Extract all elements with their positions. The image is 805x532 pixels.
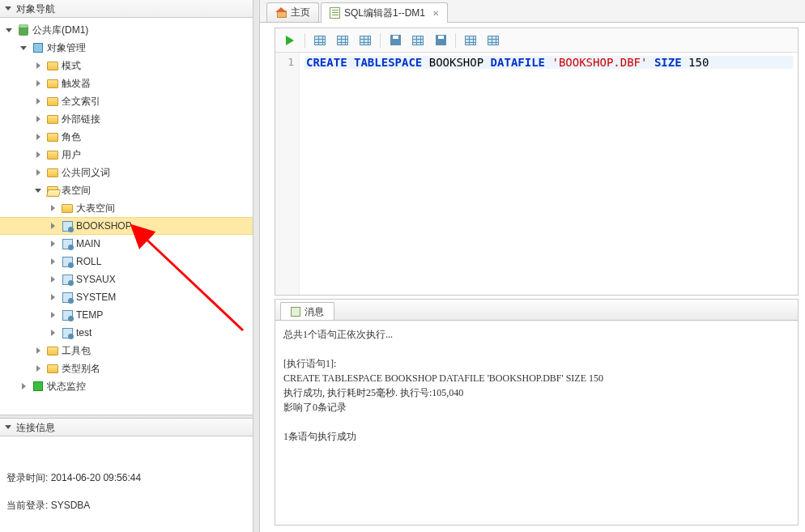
status-label: 状态监控 <box>47 380 86 394</box>
login-time-value: 2014-06-20 09:56:44 <box>51 472 141 483</box>
collapse-icon <box>36 134 40 140</box>
run-button[interactable] <box>282 32 298 49</box>
tab-sql-editor[interactable]: SQL编辑器1--DM1 ✕ <box>321 2 448 23</box>
message-panel: 消息 总共1个语句正依次执行... [执行语句1]: CREATE TABLES… <box>275 299 799 526</box>
tree-item-label: 外部链接 <box>62 113 100 126</box>
editor-toolbar <box>275 28 798 53</box>
collapse-icon <box>51 294 55 300</box>
tablespace-item[interactable]: 大表空间 <box>0 199 253 217</box>
toolbar-btn[interactable] <box>334 32 351 49</box>
sql-ident: BOOKSHOP <box>422 56 490 69</box>
close-icon[interactable]: ✕ <box>432 9 439 18</box>
tree-item[interactable]: 角色 <box>0 128 253 146</box>
folder-icon <box>47 347 58 355</box>
folder-icon <box>47 62 58 70</box>
sql-number: 150 <box>682 56 709 69</box>
tree-objmgmt[interactable]: 对象管理 <box>0 39 253 57</box>
tree-item-label: 用户 <box>62 148 81 162</box>
tree-item-label: 触发器 <box>62 77 91 91</box>
expand-icon <box>6 28 12 32</box>
toolbar-btn[interactable] <box>312 32 328 49</box>
code-line: CREATE TABLESPACE BOOKSHOP DATAFILE 'BOO… <box>305 56 793 69</box>
tree-status[interactable]: 状态监控 <box>0 377 253 395</box>
tree-item[interactable]: 公共同义词 <box>0 164 253 181</box>
folder-open-icon <box>47 186 58 195</box>
object-tree[interactable]: 公共库(DM1) 对象管理 模式触发器全文索引外部链接角色用户公共同义词 表空间… <box>0 18 253 415</box>
tab-sql-label: SQL编辑器1--DM1 <box>344 6 425 20</box>
collapse-icon <box>36 62 40 69</box>
message-body[interactable]: 总共1个语句正依次执行... [执行语句1]: CREATE TABLESPAC… <box>275 321 798 525</box>
tab-bar: 主页 SQL编辑器1--DM1 ✕ <box>260 0 805 23</box>
separator <box>455 33 456 48</box>
tree-toolkit[interactable]: 工具包 <box>0 342 253 360</box>
tab-home-label: 主页 <box>291 6 310 19</box>
line-number: 1 <box>288 56 294 68</box>
tree-typealias[interactable]: 类型别名 <box>0 360 253 377</box>
toolbar-btn[interactable] <box>462 32 479 49</box>
collapse-icon <box>5 425 11 429</box>
tree-item-label: 全文索引 <box>62 95 100 109</box>
collapse-icon <box>51 330 55 336</box>
folder-icon <box>47 168 58 177</box>
code-editor[interactable]: 1 CREATE TABLESPACE BOOKSHOP DATAFILE 'B… <box>275 53 798 295</box>
annotation-arrow <box>138 233 259 338</box>
tablespace-icon <box>62 275 73 285</box>
tree-item[interactable]: 触发器 <box>0 74 253 92</box>
status-icon <box>33 381 43 391</box>
tree-tablespace[interactable]: 表空间 <box>0 181 253 199</box>
collapse-icon <box>36 80 40 87</box>
grid-icon <box>360 36 371 45</box>
tablespace-icon <box>62 257 73 267</box>
tab-messages[interactable]: 消息 <box>280 302 334 320</box>
collapse-icon <box>36 116 40 122</box>
save-button[interactable] <box>387 32 403 49</box>
folder-icon <box>47 364 58 373</box>
tab-home[interactable]: 主页 <box>266 2 319 22</box>
message-tabs: 消息 <box>275 300 798 321</box>
sql-keyword: DATAFILE <box>491 56 545 69</box>
line-gutter: 1 <box>275 53 300 295</box>
tablespace-item[interactable]: BOOKSHOP <box>0 217 253 235</box>
tab-messages-label: 消息 <box>305 303 324 321</box>
folder-icon <box>47 151 58 160</box>
table-icon <box>465 36 476 45</box>
tree-item-label: 公共同义词 <box>62 166 110 180</box>
tablespace-icon <box>62 310 73 321</box>
sql-keyword: CREATE TABLESPACE <box>306 56 422 69</box>
database-icon <box>19 24 28 36</box>
editor-area: 1 CREATE TABLESPACE BOOKSHOP DATAFILE 'B… <box>275 28 799 296</box>
collapse-icon <box>51 276 55 283</box>
expand-icon <box>20 46 27 50</box>
tablespace-label: test <box>76 327 92 338</box>
tablespace-icon <box>62 221 73 232</box>
save-icon <box>436 35 446 45</box>
home-icon <box>275 8 287 18</box>
tablespace-label: 大表空间 <box>76 202 115 215</box>
tree-item[interactable]: 全文索引 <box>0 92 253 110</box>
sql-keyword: SIZE <box>654 56 682 69</box>
toolbar-btn[interactable] <box>410 32 426 49</box>
conn-header[interactable]: 连接信息 <box>0 419 253 436</box>
folder-icon <box>47 133 58 142</box>
conn-title: 连接信息 <box>16 419 55 436</box>
folder-icon <box>47 115 58 124</box>
folder-icon <box>62 204 73 213</box>
expand-icon <box>35 189 41 193</box>
tablespace-label: SYSAUX <box>76 274 116 285</box>
toolbar-btn[interactable] <box>432 32 449 49</box>
svg-line-0 <box>144 237 243 330</box>
folder-icon <box>47 79 58 88</box>
save-icon <box>390 35 401 45</box>
tablespace-label: 表空间 <box>62 184 91 198</box>
collapse-icon <box>36 365 40 372</box>
tree-item[interactable]: 用户 <box>0 146 253 164</box>
nav-header[interactable]: 对象导航 <box>0 0 253 18</box>
toolbar-btn[interactable] <box>485 32 501 49</box>
tree-root[interactable]: 公共库(DM1) <box>0 21 253 39</box>
tree-item[interactable]: 外部链接 <box>0 110 253 128</box>
tree-item[interactable]: 模式 <box>0 57 253 74</box>
table-icon <box>488 36 499 45</box>
collapse-icon <box>5 6 11 11</box>
tablespace-label: ROLL <box>76 256 101 267</box>
toolbar-btn[interactable] <box>357 32 373 49</box>
